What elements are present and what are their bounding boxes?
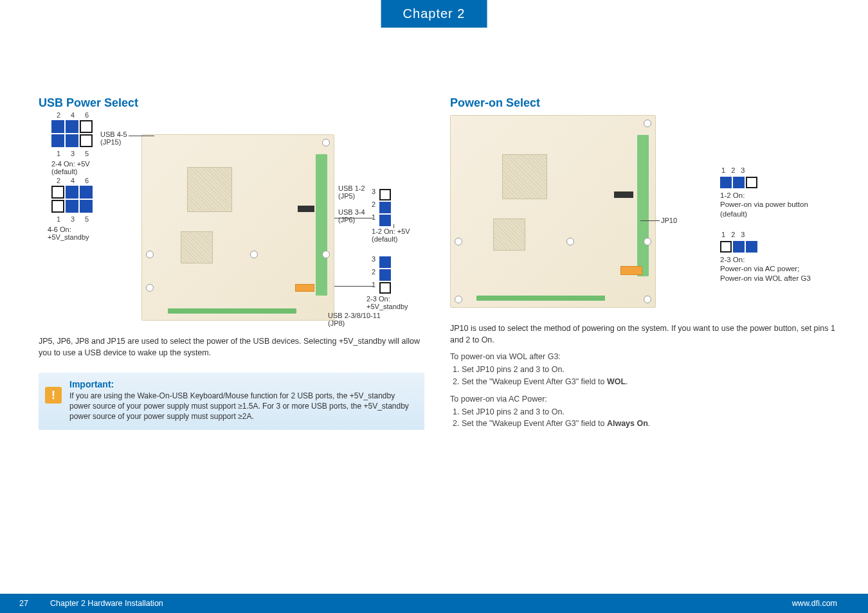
jumper-jp15-standby	[51, 186, 94, 214]
vopt1: 1-2 On: +5V(default)	[372, 227, 410, 243]
page-footer: 27 Chapter 2 Hardware Installation www.d…	[0, 594, 868, 613]
important-title: Important:	[69, 379, 415, 389]
right-sub2: To power-on via AC Power:	[450, 395, 849, 404]
jp5-label: USB 1-2(JP5)	[338, 184, 365, 200]
jp10-option-default: 123 1-2 On: Power-on via power button (d…	[720, 166, 808, 218]
section-title-left: USB Power Select	[39, 96, 424, 110]
right-para1: JP10 is used to select the method of pow…	[450, 323, 849, 346]
jp15-nums-bot: 135	[51, 150, 94, 157]
power-on-diagram: JP10 123 1-2 On: Power-on via power butt…	[450, 115, 849, 314]
jp6-label: USB 3-4(JP6)	[338, 208, 365, 224]
jp10-callout: JP10	[661, 217, 677, 224]
important-box: ! Important: If you are using the Wake-O…	[39, 373, 424, 430]
section-title-right: Power-on Select	[450, 96, 849, 110]
jp15b-nums-bot: 135	[51, 215, 94, 223]
left-paragraph: JP5, JP6, JP8 and JP15 are used to selec…	[39, 336, 424, 359]
important-text: If you are using the Wake-On-USB Keyboar…	[69, 391, 415, 422]
vopt2: 2-3 On:+5V_standby	[366, 295, 408, 310]
steps-ac: Set JP10 pins 2 and 3 to On. Set the "Wa…	[462, 406, 849, 431]
jp10-option-ac-wol: 123 2-3 On: Power-on via AC power; Power…	[720, 231, 811, 283]
jumper-jp5-default	[379, 189, 391, 226]
footer-right: www.dfi.com	[792, 599, 837, 608]
page-number: 27	[19, 599, 28, 608]
chapter-tab: Chapter 2	[381, 0, 487, 28]
jp15-nums-top: 246	[51, 111, 94, 119]
jp15b-caption: 4-6 On:+5V_standby	[48, 226, 89, 241]
warning-icon: !	[45, 387, 62, 404]
footer-left: Chapter 2 Hardware Installation	[50, 599, 163, 608]
jp15-caption: 2-4 On: +5V(default)	[51, 160, 90, 175]
jumper-jp15-default	[51, 120, 94, 148]
jp15b-nums-top: 246	[51, 177, 94, 184]
steps-wol: Set JP10 pins 2 and 3 to On. Set the "Wa…	[462, 364, 849, 388]
jumper-jp8-standby	[379, 256, 391, 294]
jp8-label: USB 2-3/8/10-11(JP8)	[328, 312, 381, 327]
right-sub1: To power-on via WOL after G3:	[450, 352, 849, 361]
jp15-name: USB 4-5(JP15)	[100, 130, 127, 146]
usb-power-diagram: 246 135 2-4 On: +5V(default) USB 4-5(JP1…	[39, 115, 424, 327]
